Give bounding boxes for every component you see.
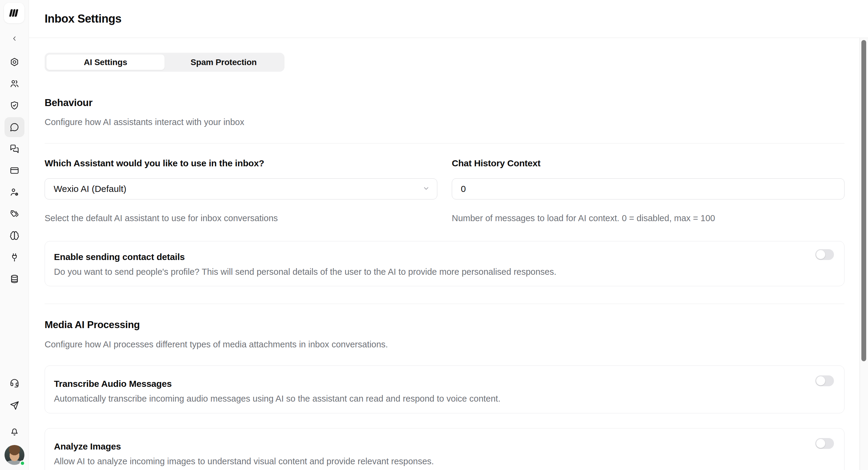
chat-history-input[interactable]	[452, 178, 844, 199]
analyze-images-description: Allow AI to analyze incoming images to u…	[54, 456, 802, 467]
scrollbar-thumb[interactable]	[861, 40, 866, 361]
brain-icon	[10, 231, 19, 241]
assistant-select-value: Wexio AI (Default)	[54, 184, 126, 194]
chevron-down-icon	[423, 184, 430, 194]
transcribe-audio-title: Transcribe Audio Messages	[54, 378, 802, 389]
transcribe-audio-description: Automatically transcribe incoming audio …	[54, 393, 802, 404]
user-avatar[interactable]	[4, 445, 24, 465]
sidebar-item-support[interactable]	[0, 378, 29, 388]
contact-details-description: Do you want to send people's profile? Th…	[54, 266, 802, 277]
database-icon	[10, 274, 19, 284]
toggle-knob	[816, 376, 825, 385]
analyze-images-title: Analyze Images	[54, 441, 802, 452]
assistant-field-group: Which Assistant would you like to use in…	[44, 158, 437, 224]
page-header: Inbox Settings	[29, 0, 868, 38]
chevron-left-icon	[11, 35, 18, 42]
sidebar-item-settings[interactable]	[10, 57, 19, 67]
divider	[44, 304, 844, 304]
contact-details-card: Enable sending contact details Do you wa…	[44, 241, 844, 286]
user-gear-icon	[10, 187, 19, 197]
main-area: Inbox Settings AI Settings Spam Protecti…	[29, 0, 868, 470]
sidebar-item-user-settings[interactable]	[10, 187, 19, 197]
sidebar-item-data[interactable]	[10, 274, 19, 284]
assistant-field-label: Which Assistant would you like to use in…	[44, 158, 437, 169]
toggle-knob	[816, 439, 825, 448]
sidebar-item-inbox[interactable]	[10, 122, 19, 132]
sidebar-collapse-button[interactable]	[0, 34, 29, 43]
sidebar	[0, 0, 29, 470]
chat-history-helper-text: Number of messages to load for AI contex…	[452, 213, 844, 224]
sidebar-item-tags[interactable]	[10, 209, 19, 219]
send-icon	[10, 401, 19, 410]
wexio-logo-icon	[7, 6, 21, 20]
contact-details-toggle[interactable]	[815, 249, 834, 260]
users-icon	[10, 79, 19, 89]
chat-history-label: Chat History Context	[452, 158, 844, 169]
divider	[44, 143, 844, 144]
toggle-knob	[816, 250, 825, 259]
analyze-images-toggle[interactable]	[815, 438, 834, 449]
tab-spam-protection[interactable]: Spam Protection	[164, 55, 283, 70]
chats-icon	[10, 144, 19, 154]
sidebar-item-billing[interactable]	[10, 166, 19, 175]
media-section-title: Media AI Processing	[44, 319, 844, 331]
tab-ai-settings[interactable]: AI Settings	[46, 55, 164, 70]
bell-icon	[10, 427, 19, 436]
online-status-dot	[20, 460, 25, 466]
chat-bubble-icon	[10, 122, 19, 132]
credit-card-icon	[10, 166, 19, 175]
behaviour-fields-grid: Which Assistant would you like to use in…	[44, 158, 844, 224]
content-viewport: AI Settings Spam Protection Behaviour Co…	[29, 38, 868, 470]
app-logo[interactable]	[4, 3, 24, 23]
sidebar-item-conversations[interactable]	[10, 144, 19, 154]
assistant-helper-text: Select the default AI assistant to use f…	[44, 213, 437, 224]
contact-details-title: Enable sending contact details	[54, 252, 802, 262]
page-title: Inbox Settings	[44, 12, 121, 25]
sidebar-item-security[interactable]	[10, 101, 19, 110]
tags-icon	[10, 209, 19, 219]
settings-tabs: AI Settings Spam Protection	[44, 53, 284, 72]
sidebar-item-campaigns[interactable]	[0, 400, 29, 411]
transcribe-audio-card: Transcribe Audio Messages Automatically …	[44, 366, 844, 413]
behaviour-section-subtitle: Configure how AI assistants interact wit…	[44, 117, 844, 127]
chat-history-field-group: Chat History Context Number of messages …	[452, 158, 844, 224]
media-section-subtitle: Configure how AI processes different typ…	[44, 339, 844, 350]
sidebar-item-ai-brain[interactable]	[10, 231, 19, 241]
sidebar-item-contacts[interactable]	[10, 79, 19, 89]
plug-icon	[10, 252, 19, 262]
sidebar-item-notifications[interactable]	[0, 426, 29, 437]
shield-check-icon	[10, 101, 19, 110]
transcribe-audio-toggle[interactable]	[815, 375, 834, 386]
behaviour-section-title: Behaviour	[44, 97, 844, 108]
app-window: Inbox Settings AI Settings Spam Protecti…	[0, 0, 868, 470]
nut-icon	[10, 57, 19, 67]
analyze-images-card: Analyze Images Allow AI to analyze incom…	[44, 428, 844, 470]
sidebar-nav	[0, 57, 29, 284]
scrollbar-track[interactable]	[860, 38, 868, 470]
sidebar-item-integrations[interactable]	[10, 252, 19, 262]
settings-content: AI Settings Spam Protection Behaviour Co…	[44, 53, 844, 470]
headset-icon	[10, 378, 19, 388]
assistant-select[interactable]: Wexio AI (Default)	[44, 178, 437, 199]
